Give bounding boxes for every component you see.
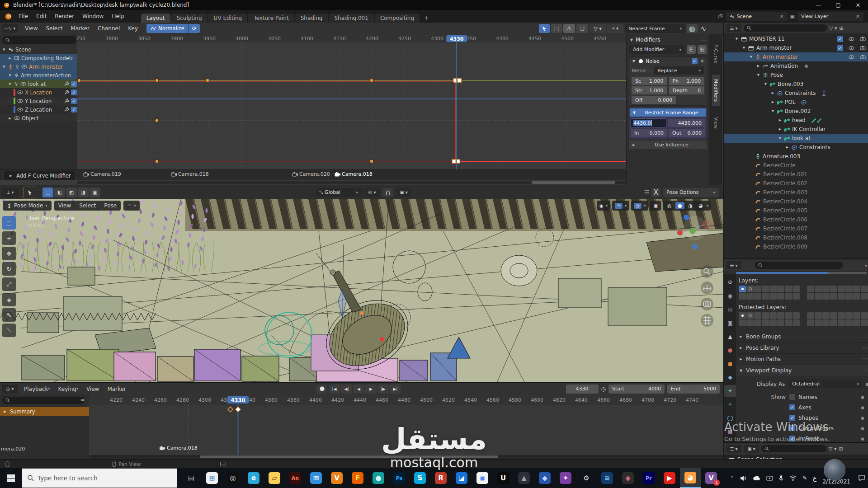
- playback-jump-to-start-button[interactable]: |◀: [329, 385, 340, 394]
- select-mode-tweak-icon[interactable]: ⬚: [42, 188, 53, 197]
- properties-tab-textures-icon[interactable]: ▩: [724, 426, 736, 437]
- playback-prev-keyframe-button[interactable]: ◀|: [341, 385, 352, 394]
- properties-tab-render-icon[interactable]: ◉: [724, 290, 736, 302]
- layer-toggle[interactable]: [853, 319, 860, 326]
- playback-jump-to-end-button[interactable]: ▶|: [390, 385, 401, 394]
- topbar-menu-help[interactable]: Help: [108, 10, 128, 23]
- timeline-marker-camera-020[interactable]: Camera.020: [292, 171, 330, 177]
- layer-toggle[interactable]: [754, 293, 761, 300]
- layer-toggle[interactable]: [838, 319, 845, 326]
- object-visibility-dropdown[interactable]: ◉▾: [597, 201, 610, 211]
- topbar-menu-render[interactable]: Render: [51, 10, 78, 23]
- cast-icon[interactable]: [766, 475, 773, 481]
- sidebar-tab-view[interactable]: View: [712, 113, 720, 133]
- properties-tab-object-data-icon[interactable]: ✦: [724, 385, 736, 397]
- layer-toggle[interactable]: [822, 286, 830, 292]
- layer-toggle[interactable]: [762, 286, 769, 292]
- graph-menu-key[interactable]: Key: [124, 23, 142, 34]
- properties-tab-tool-icon[interactable]: ⚙: [724, 277, 736, 288]
- layer-toggle[interactable]: [822, 312, 830, 319]
- properties-tab-physics-icon[interactable]: ◯: [724, 412, 736, 424]
- layer-toggle[interactable]: [830, 293, 837, 300]
- properties-tab-scene-icon[interactable]: ▲: [724, 331, 736, 343]
- workspace-tab-layout[interactable]: Layout: [141, 14, 170, 23]
- tool-transform-button[interactable]: ◈: [2, 293, 16, 306]
- restrict-expand-icon[interactable]: ▼: [632, 111, 637, 115]
- layer-toggle[interactable]: [769, 319, 777, 326]
- timeline-menu-playback[interactable]: Playback ▾: [20, 383, 54, 395]
- layer-toggle[interactable]: [746, 312, 754, 319]
- taskbar-app-unreal[interactable]: U: [493, 468, 514, 488]
- outliner-row-arm-monster[interactable]: ▼Arm monster✓: [724, 43, 868, 52]
- viewport-menu-view[interactable]: View: [54, 201, 75, 211]
- language-indicator[interactable]: ع: [813, 474, 816, 482]
- overlays-toggle[interactable]: ◔▾: [631, 201, 648, 211]
- checkbox-names[interactable]: [789, 394, 795, 400]
- layer-toggle[interactable]: [769, 293, 777, 300]
- layer-toggle[interactable]: [739, 319, 746, 326]
- channel-row-arm-monsteraction[interactable]: ▼Arm monsterAction: [0, 71, 77, 80]
- graph-plot[interactable]: 3750380038503900395040004050410041504200…: [77, 34, 626, 169]
- graph-menu-channel[interactable]: Channel: [94, 23, 124, 34]
- outliner-row-beziercircle[interactable]: BezierCircle: [724, 161, 868, 170]
- maximize-button[interactable]: ▢: [828, 2, 848, 8]
- pose-options-dropdown[interactable]: Pose Options▾: [663, 188, 719, 197]
- layer-toggle[interactable]: [762, 293, 769, 300]
- properties-tab-object-icon[interactable]: ◼: [724, 358, 736, 370]
- timeline-marker-camera-019[interactable]: Camera.019: [83, 171, 121, 177]
- outliner-row-constraints[interactable]: ▶Constraints: [724, 89, 868, 98]
- tool-cursor-button[interactable]: +: [2, 231, 16, 245]
- taskbar-app-edge[interactable]: e: [243, 468, 264, 488]
- scene-selector[interactable]: Scene ✕: [726, 12, 788, 21]
- snap-target-icon[interactable]: ▣ ▾: [396, 188, 411, 197]
- topbar-menu-file[interactable]: File: [15, 10, 32, 23]
- phase-field[interactable]: Ph1.000: [669, 77, 705, 85]
- playback-play-reverse-button[interactable]: ◀: [353, 385, 364, 394]
- taskbar-app-mail[interactable]: ✉: [306, 468, 326, 488]
- use-influence-panel[interactable]: ▶ Use Influence: [629, 141, 707, 149]
- layer-toggle[interactable]: [793, 312, 800, 319]
- display-as-dropdown[interactable]: Octahedral▾: [788, 380, 863, 388]
- frame-start-field-editing[interactable]: 4430.0: [631, 118, 666, 127]
- timeline-marker-camera-018[interactable]: Camera.018: [171, 171, 209, 177]
- layer-toggle[interactable]: [845, 286, 853, 292]
- panel-drag-handle[interactable]: ∷∷: [701, 38, 707, 42]
- tool-annotate-button[interactable]: ✎: [2, 308, 16, 322]
- outliner-row-constraints[interactable]: ▶Constraints: [724, 143, 868, 152]
- editor-type-outliner2-icon[interactable]: ☰ ▾: [726, 445, 741, 453]
- editor-type-timeline-icon[interactable]: ◷ ▾: [2, 385, 18, 394]
- layer-toggle[interactable]: [777, 319, 784, 326]
- falloff-dropdown[interactable]: ◠▾: [123, 201, 140, 211]
- workspace-tab-sculpting[interactable]: Sculpting: [171, 14, 208, 23]
- layer-toggle[interactable]: [815, 312, 822, 319]
- current-frame-field[interactable]: 4330: [566, 385, 599, 394]
- noise-enable-checkbox[interactable]: ✓: [692, 58, 698, 64]
- layer-toggle[interactable]: [754, 312, 761, 319]
- layer-toggle[interactable]: [861, 293, 868, 300]
- editor-type-3dview-icon[interactable]: ⟂ ▾: [2, 188, 19, 197]
- taskbar-app-premiere[interactable]: Pr: [638, 468, 659, 488]
- playback-next-keyframe-button[interactable]: |▶: [377, 385, 389, 394]
- tool-rotate-button[interactable]: ↻: [2, 262, 16, 276]
- layer-toggle[interactable]: [746, 319, 754, 326]
- layer-toggle[interactable]: [762, 319, 769, 326]
- taskbar-app-youtube[interactable]: ▶: [659, 468, 680, 488]
- layer-toggle[interactable]: [777, 293, 784, 300]
- timeline-menu-marker[interactable]: Marker: [103, 383, 130, 395]
- outliner-search-input[interactable]: [744, 24, 827, 32]
- pen-icon[interactable]: ✎: [802, 475, 807, 481]
- graph-menu-view[interactable]: View: [21, 23, 42, 34]
- layer-toggle[interactable]: [746, 293, 754, 300]
- outliner-row-head[interactable]: ▶head: [724, 116, 868, 125]
- layer-toggle[interactable]: [845, 312, 853, 319]
- xray-toggle[interactable]: ▣: [650, 201, 660, 211]
- properties-tab-bone-icon[interactable]: ✧: [724, 399, 736, 410]
- taskbar-app-viber[interactable]: V1: [701, 468, 722, 488]
- channel-row-x-location[interactable]: X Location✓: [0, 88, 77, 97]
- layer-toggle[interactable]: [785, 312, 792, 319]
- shading-wireframe-icon[interactable]: ◍: [665, 202, 674, 209]
- layer-toggle[interactable]: [807, 293, 814, 300]
- marker-label-cut[interactable]: mera.020: [1, 446, 25, 452]
- taskbar-app-photoshop[interactable]: Ps: [389, 468, 410, 488]
- select-mode-lasso-icon[interactable]: ◨: [78, 188, 89, 197]
